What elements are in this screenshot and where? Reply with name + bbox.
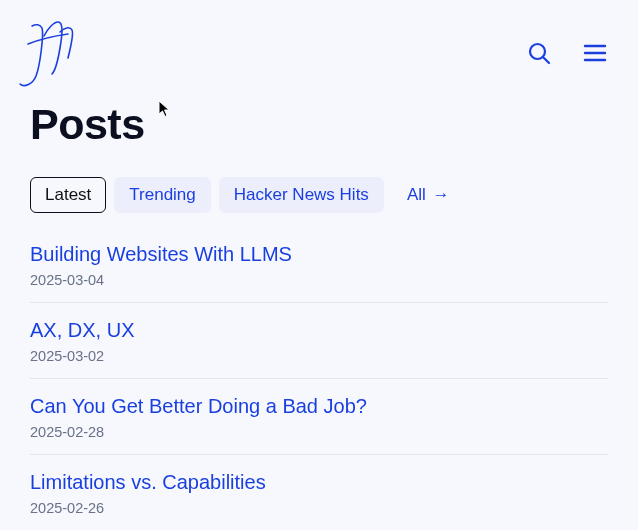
list-item: Can You Get Better Doing a Bad Job?2025-… <box>30 395 608 455</box>
tab-trending[interactable]: Trending <box>114 177 210 213</box>
tab-hacker-news-hits[interactable]: Hacker News Hits <box>219 177 384 213</box>
topbar-actions <box>526 40 608 66</box>
post-title-link[interactable]: Can You Get Better Doing a Bad Job? <box>30 395 608 418</box>
tab-label: All <box>407 185 426 204</box>
post-title-link[interactable]: Building Websites With LLMS <box>30 243 608 266</box>
post-date: 2025-02-26 <box>30 500 608 516</box>
list-item: Building Websites With LLMS2025-03-04 <box>30 243 608 303</box>
post-title-link[interactable]: Limitations vs. Capabilities <box>30 471 608 494</box>
post-title-link[interactable]: AX, DX, UX <box>30 319 608 342</box>
search-icon[interactable] <box>526 40 552 66</box>
tab-latest[interactable]: Latest <box>30 177 106 213</box>
site-logo[interactable] <box>18 14 78 90</box>
post-list: Building Websites With LLMS2025-03-04AX,… <box>30 243 608 530</box>
post-date: 2025-03-04 <box>30 272 608 288</box>
arrow-right-icon: → <box>433 185 450 204</box>
page-title: Posts <box>30 100 608 149</box>
tab-all[interactable]: All → <box>392 177 465 213</box>
post-date: 2025-02-28 <box>30 424 608 440</box>
tab-label: Latest <box>45 185 91 204</box>
topbar <box>0 0 638 90</box>
post-date: 2025-03-02 <box>30 348 608 364</box>
list-item: Limitations vs. Capabilities2025-02-26 <box>30 471 608 530</box>
tabs: LatestTrendingHacker News HitsAll → <box>30 177 608 213</box>
list-item: AX, DX, UX2025-03-02 <box>30 319 608 379</box>
svg-line-1 <box>543 57 549 63</box>
tab-label: Trending <box>129 185 195 204</box>
main-content: Posts LatestTrendingHacker News HitsAll … <box>0 100 638 530</box>
menu-icon[interactable] <box>582 40 608 66</box>
tab-label: Hacker News Hits <box>234 185 369 204</box>
